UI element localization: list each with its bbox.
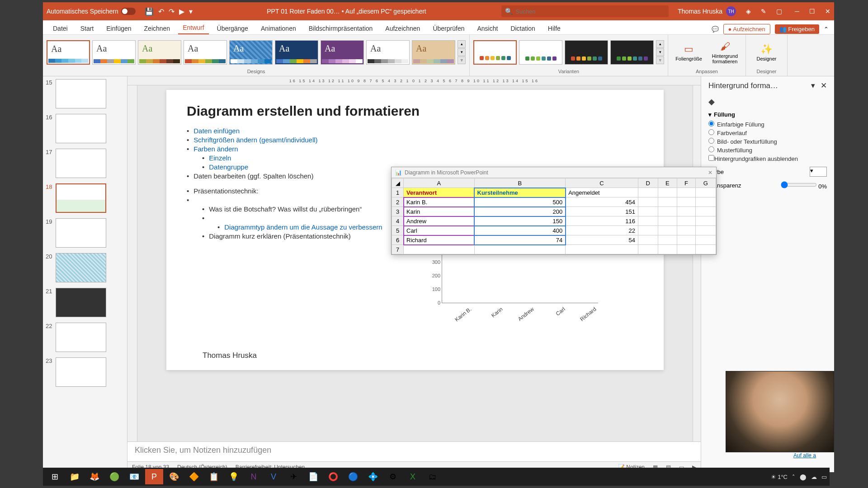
datasheet-close-icon[interactable]: ✕ (708, 169, 712, 176)
tab-ansicht[interactable]: Ansicht (472, 23, 502, 34)
tab-zeichnen[interactable]: Zeichnen (140, 23, 175, 34)
theme-option[interactable]: Aa (275, 40, 318, 65)
fill-gradient-option[interactable]: Farbverlauf (708, 129, 827, 136)
search-box[interactable]: 🔍 (501, 5, 669, 17)
onedrive-icon[interactable]: ☁ (811, 474, 817, 480)
theme-option[interactable]: Aa (138, 40, 181, 65)
redo-icon[interactable]: ↷ (169, 7, 175, 16)
outlook-icon[interactable]: 📧 (125, 469, 143, 484)
app-icon[interactable]: 💡 (225, 469, 243, 484)
slide-thumbnail[interactable] (56, 288, 106, 317)
record-button[interactable]: ● Aufzeichnen (723, 24, 770, 34)
panel-dropdown-icon[interactable]: ▾ (811, 81, 815, 90)
telegram-icon[interactable]: ✈ (284, 469, 302, 484)
vlc-icon[interactable]: 🔶 (185, 469, 203, 484)
slide-thumbnail[interactable] (56, 149, 106, 178)
settings-icon[interactable]: ⚙ (384, 469, 402, 484)
datasheet-grid[interactable]: ◢ A B C D E F G 1VerantwortKursteilnehme… (392, 178, 716, 254)
autosave-toggle[interactable] (121, 8, 136, 15)
tray-chevron-icon[interactable]: ˄ (792, 474, 795, 480)
tab-start[interactable]: Start (76, 23, 99, 34)
apply-all-link[interactable]: Auf alle a (793, 452, 816, 459)
slide-thumbnail[interactable] (56, 79, 106, 108)
theme-option[interactable]: Aa (321, 40, 364, 65)
slide-thumbnail[interactable] (56, 183, 106, 213)
firefox-icon[interactable]: 🦊 (85, 469, 104, 484)
slide-thumbnail[interactable] (56, 253, 106, 282)
slide-thumbnail[interactable] (56, 357, 106, 387)
variants-down-icon[interactable]: ▾ (656, 48, 664, 56)
variant-option[interactable] (565, 40, 608, 65)
search-input[interactable] (515, 8, 665, 15)
vertical-scrollbar[interactable] (693, 85, 701, 441)
slide-thumbnail[interactable] (56, 218, 106, 248)
slide-thumbnail[interactable] (56, 323, 106, 352)
chrome-icon[interactable]: 🟢 (105, 469, 123, 484)
theme-option[interactable]: Aa (92, 40, 136, 65)
notes-pane[interactable]: Klicken Sie, um Notizen hinzuzufügen (127, 441, 701, 461)
theme-option[interactable]: Aa (412, 40, 455, 65)
maximize-icon[interactable]: ☐ (809, 8, 815, 15)
slide-title[interactable]: Diagramm erstellen und formatieren (187, 103, 643, 119)
qat-more-icon[interactable]: ▾ (189, 7, 193, 16)
variants-more-icon[interactable]: ▿ (656, 56, 664, 64)
onenote-icon[interactable]: N (245, 469, 263, 484)
theme-option[interactable]: Aa (366, 40, 410, 65)
avatar[interactable]: TH (726, 6, 736, 16)
variant-option[interactable] (610, 40, 654, 65)
app-icon[interactable]: 🎨 (165, 469, 183, 484)
transparency-slider[interactable] (781, 181, 817, 188)
app-icon[interactable]: 📋 (205, 469, 223, 484)
color-picker-button[interactable]: ▾ (810, 167, 827, 177)
excel-icon[interactable]: X (404, 469, 422, 484)
tab-aufzeichnen[interactable]: Aufzeichnen (381, 23, 425, 34)
pen-icon[interactable]: ✎ (761, 8, 766, 15)
tab-uebergaenge[interactable]: Übergänge (212, 23, 253, 34)
app-icon[interactable]: 🔵 (344, 469, 362, 484)
fill-section[interactable]: ▾ Füllung (708, 111, 827, 118)
minimize-icon[interactable]: ─ (795, 8, 799, 15)
explorer-icon[interactable]: 📁 (66, 469, 84, 484)
window-icon[interactable]: ▢ (776, 8, 782, 15)
thumbnail-pane[interactable]: 15 16 17 18 19 20 21 22 23 (43, 76, 127, 472)
document-title[interactable]: PPT 01 Roter Faden 00… • Auf „diesem PC“… (201, 8, 493, 15)
themes-down-icon[interactable]: ▾ (458, 48, 466, 56)
app-icon[interactable]: 📄 (304, 469, 322, 484)
variants-up-icon[interactable]: ▴ (656, 40, 664, 48)
panel-close-icon[interactable]: ✕ (821, 81, 827, 90)
hide-bg-graphics-option[interactable]: Hintergrundgrafiken ausblenden (708, 155, 827, 162)
tab-einfuegen[interactable]: Einfügen (102, 23, 136, 34)
tab-dictation[interactable]: Dictation (506, 23, 539, 34)
fill-pattern-option[interactable]: Musterfüllung (708, 146, 827, 154)
variant-option[interactable] (473, 40, 517, 65)
designer-button[interactable]: ✨Designer (750, 43, 783, 61)
taskbar[interactable]: ⊞ 📁 🦊 🟢 📧 P 🎨 🔶 📋 💡 N V ✈ 📄 ⭕ 🔵 💠 ⚙ X 🗂 … (43, 468, 830, 486)
diamond-icon[interactable]: ◈ (746, 8, 751, 15)
slide-size-button[interactable]: ▭Foliengröße (672, 43, 706, 61)
tab-entwurf[interactable]: Entwurf (178, 22, 208, 34)
powerpoint-icon[interactable]: P (145, 469, 163, 484)
undo-icon[interactable]: ↶ (158, 7, 164, 16)
app-icon[interactable]: ⭕ (324, 469, 342, 484)
start-show-icon[interactable]: ▶ (179, 7, 184, 16)
chart-datasheet-window[interactable]: 📊 Diagramm in Microsoft PowerPoint ✕ ◢ A… (391, 167, 717, 255)
tab-datei[interactable]: Datei (48, 23, 72, 34)
fill-solid-option[interactable]: Einfarbige Füllung (708, 121, 827, 128)
theme-option[interactable]: Aa (229, 40, 273, 65)
slide-thumbnail[interactable] (56, 114, 106, 143)
start-button[interactable]: ⊞ (46, 469, 64, 484)
tab-bildschirm[interactable]: Bildschirmpräsentation (304, 23, 377, 34)
weather-widget[interactable]: ☀ 1°C (771, 474, 788, 480)
theme-option[interactable]: Aa (47, 40, 90, 65)
tray-icon[interactable]: ⬤ (800, 474, 807, 480)
tab-hilfe[interactable]: Hilfe (543, 23, 565, 34)
variant-option[interactable] (519, 40, 562, 65)
fill-picture-option[interactable]: Bild- oder Texturfüllung (708, 138, 827, 145)
app-icon[interactable]: V (264, 469, 283, 484)
themes-more-icon[interactable]: ▿ (458, 56, 466, 64)
save-icon[interactable]: 💾 (145, 7, 154, 16)
app-icon[interactable]: 🗂 (424, 469, 442, 484)
comments-icon[interactable]: 💬 (712, 26, 719, 33)
themes-up-icon[interactable]: ▴ (458, 40, 466, 48)
app-icon[interactable]: 💠 (364, 469, 382, 484)
